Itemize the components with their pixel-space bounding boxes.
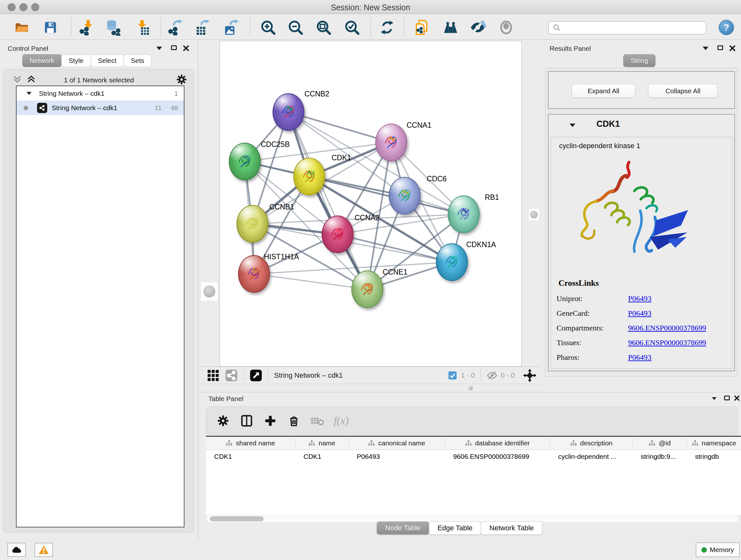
export-image-icon[interactable] — [223, 20, 239, 35]
memory-button[interactable]: Memory — [696, 543, 740, 557]
protein-node-cdc6[interactable] — [389, 177, 421, 214]
network-edge[interactable] — [288, 112, 367, 289]
hide-selected-icon[interactable] — [469, 20, 486, 35]
table-cell[interactable]: CDK1 — [295, 449, 348, 463]
first-neighbors-icon[interactable] — [442, 20, 459, 35]
tab-edge-table[interactable]: Edge Table — [429, 521, 481, 535]
protein-node-ccne1[interactable] — [351, 270, 383, 308]
results-panel-float-icon[interactable] — [718, 45, 723, 50]
table-cell[interactable]: 9606.ENSP00000378699 — [445, 449, 550, 463]
table-row[interactable]: CDK1CDK1P064939606.ENSP00000378699cyclin… — [206, 449, 741, 463]
tab-select[interactable]: Select — [91, 54, 124, 67]
network-options-gear-icon[interactable] — [176, 74, 187, 85]
protein-node-cdkn1a[interactable] — [436, 243, 468, 281]
tree-expander-icon[interactable] — [26, 92, 31, 95]
control-panel-float-icon[interactable] — [171, 45, 177, 50]
protein-section: CDK1 cyclin-dependent kinase 1 — [548, 114, 735, 371]
apply-layout-icon[interactable] — [379, 20, 395, 35]
table-hscrollbar-thumb[interactable] — [210, 516, 264, 521]
network-view-share-icon[interactable] — [225, 369, 238, 382]
collapse-all-button[interactable]: Collapse All — [648, 84, 718, 98]
show-all-icon[interactable] — [498, 20, 515, 35]
new-network-from-selection-icon[interactable] — [414, 20, 430, 35]
expand-all-button[interactable]: Expand All — [571, 84, 635, 98]
tab-network-table[interactable]: Network Table — [481, 521, 542, 535]
protein-node-ccna1[interactable] — [375, 124, 407, 161]
crosslink-link[interactable]: 9606.ENSP00000378699 — [628, 324, 706, 332]
protein-node-rb1[interactable] — [448, 195, 480, 233]
crosslinks-title: CrossLinks — [558, 278, 599, 288]
export-table-icon[interactable] — [194, 20, 211, 35]
column-header[interactable]: name — [295, 437, 348, 449]
tab-node-table[interactable]: Node Table — [377, 521, 429, 535]
delete-column-icon[interactable] — [282, 415, 306, 427]
network-edge[interactable] — [254, 274, 367, 289]
protein-node-ccnb2[interactable] — [273, 93, 305, 131]
export-network-icon[interactable] — [167, 20, 184, 35]
tab-sets[interactable]: Sets — [124, 54, 151, 67]
import-network-file-icon[interactable] — [78, 20, 95, 35]
protein-node-cdc25b[interactable] — [229, 143, 261, 180]
node-table[interactable]: shared namenamecanonical namedatabase id… — [206, 437, 741, 463]
table-cell[interactable]: P06493 — [348, 449, 445, 463]
zoom-in-icon[interactable] — [260, 20, 276, 35]
left-splitter-grip[interactable] — [200, 282, 218, 301]
column-header[interactable]: database identifier — [445, 437, 550, 449]
footer-separator — [268, 369, 268, 382]
protein-node-ccnb1[interactable] — [237, 205, 268, 243]
results-panel-collapse-icon[interactable] — [703, 47, 709, 50]
control-panel-collapse-icon[interactable] — [156, 47, 162, 50]
protein-node-cdk1[interactable] — [293, 158, 325, 195]
crosslink-link[interactable]: P06493 — [628, 309, 651, 318]
import-table-icon[interactable] — [134, 20, 151, 35]
table-cell[interactable]: cyclin-dependent ... — [550, 449, 632, 463]
crosslink-link[interactable]: P06493 — [628, 294, 651, 303]
zoom-selected-icon[interactable] — [344, 20, 360, 35]
grid-view-icon[interactable] — [207, 369, 219, 381]
protein-node-ccna2[interactable] — [322, 215, 354, 253]
selected-checkbox-icon[interactable] — [448, 371, 457, 380]
zoom-fit-icon[interactable] — [315, 20, 332, 35]
cloud-button[interactable] — [7, 543, 26, 557]
zoom-out-icon[interactable] — [287, 20, 304, 35]
warnings-button[interactable] — [35, 543, 53, 557]
protein-section-expander[interactable] — [569, 124, 576, 127]
network-tree-root-row[interactable]: String Network – cdk1 1 — [17, 86, 184, 101]
column-header[interactable]: namespace — [687, 437, 741, 449]
table-panel-float-icon[interactable] — [724, 395, 730, 400]
horizontal-splitter-grip[interactable] — [468, 386, 473, 390]
control-panel-close-icon[interactable] — [183, 45, 190, 52]
detach-view-icon[interactable] — [250, 369, 262, 382]
column-header[interactable]: description — [550, 437, 632, 449]
create-column-icon[interactable] — [259, 415, 282, 427]
show-columns-icon[interactable] — [235, 415, 259, 427]
help-button[interactable]: ? — [719, 20, 734, 35]
column-type-icon — [691, 440, 698, 446]
table-cell[interactable]: CDK1 — [206, 449, 295, 463]
tab-style[interactable]: Style — [61, 54, 91, 67]
save-session-icon[interactable] — [42, 20, 59, 35]
node-label-cdk1: CDK1 — [332, 153, 351, 162]
network-canvas[interactable]: CCNB2 CCNA1 CDC25B CDK1 CDC6 RB1 — [219, 41, 522, 367]
import-network-database-icon[interactable] — [105, 20, 121, 35]
table-options-gear-icon[interactable] — [211, 415, 235, 427]
right-splitter-grip[interactable] — [528, 208, 540, 221]
table-panel-close-icon[interactable] — [734, 395, 740, 401]
fit-content-crosshair-icon[interactable] — [523, 369, 536, 382]
tab-string[interactable]: String — [623, 54, 656, 67]
tab-network[interactable]: Network — [22, 54, 62, 67]
crosslink-link[interactable]: 9606.ENSP00000378699 — [628, 338, 706, 347]
column-header[interactable]: @id — [632, 437, 687, 449]
table-cell[interactable]: stringdb:9... — [632, 449, 687, 463]
column-header[interactable]: canonical name — [348, 437, 445, 449]
table-panel-collapse-icon[interactable] — [712, 397, 717, 400]
results-panel-close-icon[interactable] — [729, 45, 736, 52]
delete-table-icon[interactable] — [306, 414, 329, 428]
network-tree-row[interactable]: String Network – cdk1 11 48 — [17, 101, 184, 115]
search-input[interactable] — [561, 24, 698, 32]
table-cell[interactable]: stringdb — [687, 449, 741, 463]
open-session-icon[interactable] — [13, 20, 30, 35]
function-builder-icon[interactable]: f(x) — [329, 415, 353, 427]
column-header[interactable]: shared name — [206, 437, 295, 449]
crosslink-link[interactable]: P06493 — [628, 353, 651, 362]
